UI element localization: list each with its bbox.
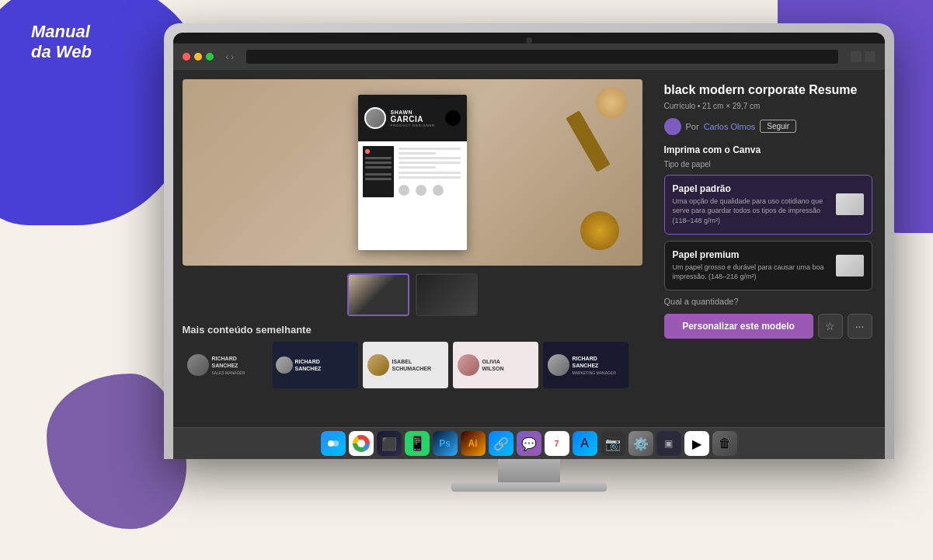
resume-line-4: [365, 173, 392, 176]
star-button[interactable]: ☆: [818, 314, 843, 339]
resume-header: SHAWN GARCIA PRODUCT DESIGNER: [358, 95, 467, 141]
upload-icon[interactable]: [851, 51, 862, 62]
resume-line-5: [365, 178, 392, 180]
author-link[interactable]: Carlos Olmos: [704, 122, 756, 131]
dock-appstore[interactable]: A: [573, 431, 597, 456]
related-items: RICHARDSANCHEZ SALES MANAGER RICHARDSANC…: [183, 342, 642, 388]
thumb-1[interactable]: [347, 273, 409, 316]
related-item-2[interactable]: RICHARDSANCHEZ: [273, 342, 358, 388]
dock-illustrator[interactable]: Ai: [461, 431, 486, 456]
dock-whatsapp[interactable]: 📱: [405, 431, 430, 456]
svg-point-2: [332, 440, 339, 447]
resume-body: [358, 141, 467, 202]
more-options-button[interactable]: ···: [848, 314, 872, 339]
nav-forward[interactable]: ›: [231, 52, 234, 61]
follow-button[interactable]: Seguir: [760, 120, 796, 133]
resume-right-col: [397, 146, 462, 197]
r-line-7: [399, 176, 461, 179]
dock-finder[interactable]: [321, 431, 346, 456]
dock-camera[interactable]: 📷: [601, 431, 625, 456]
logo: Manual da Web: [31, 22, 92, 63]
resume-photo: [364, 107, 386, 129]
paper-option-standard[interactable]: Papel padrão Uma opção de qualidade para…: [664, 175, 872, 235]
more-content-title: Mais conteúdo semelhante: [183, 324, 642, 336]
paper-option-premium-text: Papel premium Um papel grosso e durável …: [673, 249, 830, 282]
dock-chrome[interactable]: [349, 431, 374, 456]
related-text-2: RICHARDSANCHEZ: [295, 358, 355, 372]
r-line-4: [399, 162, 461, 164]
related-name-5: RICHARDSANCHEZ: [573, 355, 624, 369]
related-photo-5: [548, 354, 569, 376]
dock-calendar[interactable]: 7: [545, 431, 569, 456]
paper-premium-icon: [836, 255, 864, 277]
paper-standard-icon: [836, 193, 864, 215]
resume-left-col: [363, 146, 394, 197]
related-item-1[interactable]: RICHARDSANCHEZ SALES MANAGER: [183, 342, 268, 388]
monitor-outer: ‹ ›: [164, 23, 894, 459]
dock-notch[interactable]: ▣: [656, 431, 681, 456]
mac-dock: ⬛ 📱 Ps Ai 🔗 💬 7: [173, 427, 885, 459]
resume-role: PRODUCT DESIGNER: [391, 123, 436, 127]
author-row: Por Carlos Olmos Seguir: [664, 118, 872, 135]
related-name-1: RICHARDSANCHEZ: [212, 355, 263, 369]
author-avatar: [664, 118, 681, 135]
dock-trash[interactable]: 🗑: [712, 431, 737, 456]
product-subtitle: Currículo • 21 cm × 29,7 cm: [664, 102, 872, 110]
r-line-3: [399, 157, 461, 159]
related-name-2: RICHARDSANCHEZ: [295, 358, 355, 372]
r-line-5: [399, 166, 436, 169]
browser-window: ‹ ›: [173, 43, 885, 459]
browser-actions: [851, 51, 876, 62]
related-name-3: IsabelSchumacher: [392, 358, 444, 372]
paper-standard-desc: Uma opção de qualidade para uso cotidian…: [673, 197, 830, 226]
product-title: black modern corporate Resume: [664, 82, 872, 99]
related-photo-4: [458, 354, 479, 376]
monitor-base: [451, 482, 607, 492]
thumb-2-inner: [417, 275, 476, 315]
resume-preview-card: SHAWN GARCIA PRODUCT DESIGNER: [358, 95, 467, 250]
related-item-4[interactable]: OLIVIAWILSON: [453, 342, 538, 388]
paper-option-standard-text: Papel padrão Uma opção de qualidade para…: [673, 183, 830, 226]
monitor-stand: [498, 459, 560, 482]
thumb-1-inner: [349, 275, 408, 315]
dock-play[interactable]: ▶: [684, 431, 709, 456]
share-icon[interactable]: [865, 51, 876, 62]
paper-premium-name: Papel premium: [673, 249, 830, 260]
accent-dot: [365, 149, 370, 154]
r-icon-1: [399, 185, 409, 196]
webcam: [526, 37, 532, 43]
related-text-3: IsabelSchumacher: [392, 358, 444, 372]
related-photo-2: [276, 357, 293, 374]
resume-line-1: [365, 157, 392, 159]
dock-photoshop[interactable]: Ps: [433, 431, 458, 456]
paper-option-premium[interactable]: Papel premium Um papel grosso e durável …: [664, 241, 872, 290]
nav-arrows: ‹ ›: [226, 52, 234, 61]
related-text-1: RICHARDSANCHEZ SALES MANAGER: [212, 355, 263, 375]
related-name-4: OLIVIAWILSON: [482, 358, 534, 372]
dock-launchpad[interactable]: ⬛: [377, 431, 402, 456]
related-role-1: SALES MANAGER: [212, 370, 263, 375]
personalize-button[interactable]: Personalizar este modelo: [664, 314, 813, 339]
related-photo-3: [367, 354, 389, 376]
traffic-light-fullscreen[interactable]: [206, 53, 214, 61]
dock-settings[interactable]: ⚙️: [628, 431, 653, 456]
nav-back[interactable]: ‹: [226, 52, 229, 61]
resume-name-block: SHAWN GARCIA PRODUCT DESIGNER: [391, 110, 436, 127]
logo-line1: Manual: [31, 22, 92, 42]
thumb-2[interactable]: [416, 273, 478, 316]
dock-jump[interactable]: 🔗: [489, 431, 513, 456]
related-item-5[interactable]: RICHARDSANCHEZ MARKETING MANAGER: [543, 342, 628, 388]
browser-titlebar: ‹ ›: [173, 43, 885, 70]
monitor-container: ‹ ›: [140, 23, 917, 544]
dock-messages[interactable]: 💬: [517, 431, 541, 456]
quantity-label: Qual a quantidade?: [664, 297, 872, 306]
paper-premium-desc: Um papel grosso e durável para causar um…: [673, 263, 830, 282]
related-text-4: OLIVIAWILSON: [482, 358, 534, 372]
paper-standard-name: Papel padrão: [673, 183, 830, 194]
decoration-cup: [580, 211, 619, 250]
related-item-3[interactable]: IsabelSchumacher: [363, 342, 448, 388]
traffic-light-minimize[interactable]: [194, 53, 202, 61]
traffic-light-close[interactable]: [183, 53, 190, 61]
svg-point-4: [357, 440, 365, 447]
address-bar[interactable]: [246, 50, 838, 64]
